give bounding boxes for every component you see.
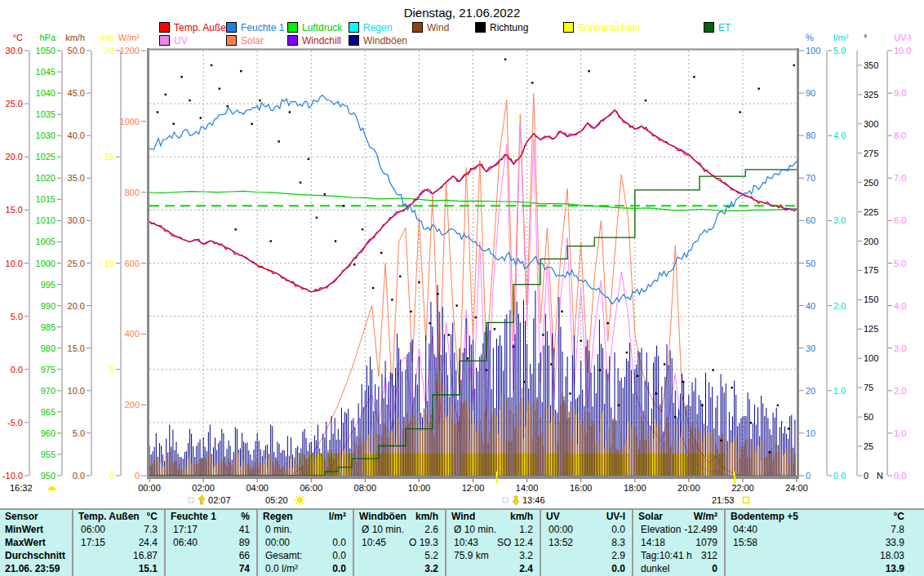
legend-swatch-icon [226,35,237,46]
table-column-regen: Regenl/m²0 min.00:000.0Gesamt:0.00.0 l/m… [256,510,353,576]
table-column-uv: UVUV-I00:000.013:528.32.90.0 [540,510,632,576]
cell-value: 0.0 [611,563,625,574]
table-cell-row: 06:4089 [166,536,256,549]
cell-value: -12.499 [684,524,717,535]
legend-label: Solar [241,35,264,47]
weather-chart: °C30.025.020.015.010.05.00.0-5.0-10.0hPa… [0,0,924,510]
cell-value: 7.3 [144,524,158,535]
column-name: Bodentemp +5 [731,511,798,522]
legend-swatch-icon [349,35,359,46]
axis-pressure: hPa1050104510401035103010251020101510101… [36,33,62,481]
cell-label: 17:17 [173,524,198,535]
table-cell-row: 04:407.8 [726,523,911,536]
legend-swatch-icon [226,22,237,33]
legend-swatch-icon [159,22,170,33]
axis-tick-label: 8.0 [894,131,906,140]
column-name: Temp. Außen [78,511,140,522]
x-tick-label: 04:00 [246,483,269,493]
axis-tick-label: 45.0 [68,88,85,98]
axis-tick-label: 5.0 [73,428,85,438]
axis-tick-label: 30 [806,343,815,353]
cell-label: 15:58 [733,537,757,548]
axis-tick-label: 975 [41,365,56,374]
x-tick-label: 06:00 [300,483,322,493]
x-tick-label: 20:00 [677,483,700,493]
cell-value: 33.9 [886,537,904,548]
axis-tick-label: 25.0 [6,99,23,109]
column-unit: km/h [415,511,438,522]
sun-event-label: 13:46 [522,495,545,505]
axis-tick-label: 1010 [36,215,56,225]
cell-label: 04:40 [733,524,757,535]
cell-value: O 19.3 [409,537,438,548]
axis-tick-label: 325 [864,90,878,100]
axis-tick-label: 20.0 [6,152,23,162]
table-column-windb-en: Windböenkm/hØ 10 min.2.610:45O 19.35.23.… [353,510,445,576]
axis-direction: °350325300275250225200175150125100755025… [857,33,883,481]
column-unit: UV-I [606,511,625,522]
legend-item-windb-en: Windböen [349,35,407,46]
sun-event-label: 02:07 [208,495,231,505]
axis-tick-label: 60 [806,215,815,225]
legend-item-richtung: Richtung [475,22,528,33]
column-unit: °C [894,511,904,522]
axis-tick-label: 0 [135,471,140,481]
table-cell-row: Gesamt:0.0 [258,549,353,562]
axis-tick-label: 600 [125,259,140,268]
axis-tick-label: 6.0 [894,215,906,225]
table-cell-row: 2.4 [446,562,540,575]
axis-tick-label: 995 [41,280,56,290]
axis-tick-label: 80 [806,131,815,140]
legend-swatch-icon [159,35,170,46]
table-cell-row: Ø 10 min.1.2 [446,523,540,536]
table-cell-row: 0 min. [258,523,353,536]
sun-event-label: 21:53 [712,495,735,505]
x-tick-label: 18:00 [624,483,646,493]
axis-tick-label: 990 [41,301,56,311]
table-cell-row: 15:5833.9 [726,536,911,549]
cell-value: 15.1 [139,563,158,574]
table-cell-row: 00:000.0 [541,523,632,536]
table-cell-row: 17:1524.4 [73,536,164,549]
table-cell-row: 13:528.3 [541,536,632,549]
legend-item-luftdruck: Luftdruck [287,22,342,33]
table-cell-row: 0.0 l/m²0.0 [258,562,353,575]
axis-tick-label: 1040 [36,88,56,98]
x-axis-markers: 02:0705:2013:4621:53 [189,495,749,506]
axis-tick-label: 400 [125,329,140,339]
axis-tick-label: 10 [104,259,114,268]
table-column-wind: Windkm/hØ 10 min.1.210:43SO 12.475.9 km3… [445,510,540,576]
axis-tick-label: 200 [864,237,878,246]
column-unit: % [241,511,250,522]
axis-tick-label: 4.0 [833,131,846,140]
cell-value: 2.6 [424,524,438,535]
axis-extra-label: N [877,471,883,481]
day-length-label: 16:32 [10,483,33,493]
table-row-header-column: SensorMinWertMaxWertDurchschnitt21.06. 2… [0,510,72,576]
axis-tick-label: 90 [806,88,815,98]
axis-tick-label: 5 [109,365,114,374]
cell-label: 0.0 l/m² [265,563,298,574]
table-cell-row: 16.87 [73,549,164,562]
axis-tick-label: 50 [864,412,873,422]
table-cell-row: Elevation-12.499 [633,523,724,536]
table-cell-row: 74 [166,562,256,575]
cell-value: 2.9 [611,550,625,561]
column-name: Feuchte 1 [171,511,216,522]
axis-tick-label: 0.0 [73,471,85,481]
cell-label: 06:40 [173,537,198,548]
cell-value: 1.2 [519,524,533,535]
series-direction [157,59,795,454]
table-cell-row: 75.9 km3.2 [446,549,540,562]
cell-label: 14:18 [641,537,665,548]
axis-tick-label: 250 [864,178,878,188]
column-name: Wind [451,511,475,522]
cell-value: 312 [701,550,717,561]
legend-label: Windböen [363,35,407,47]
axis-sun: min20151050 [100,33,121,481]
weather-station-graph-screen: { "title": "Dienstag, 21.06.2022", "day_… [0,0,924,576]
cell-value: 66 [239,550,250,561]
axis-tick-label: -5.0 [7,418,23,428]
table-cell-row: dunkel0 [633,562,724,575]
legend-item-sonnenschein: Sonnenschein [563,22,640,33]
